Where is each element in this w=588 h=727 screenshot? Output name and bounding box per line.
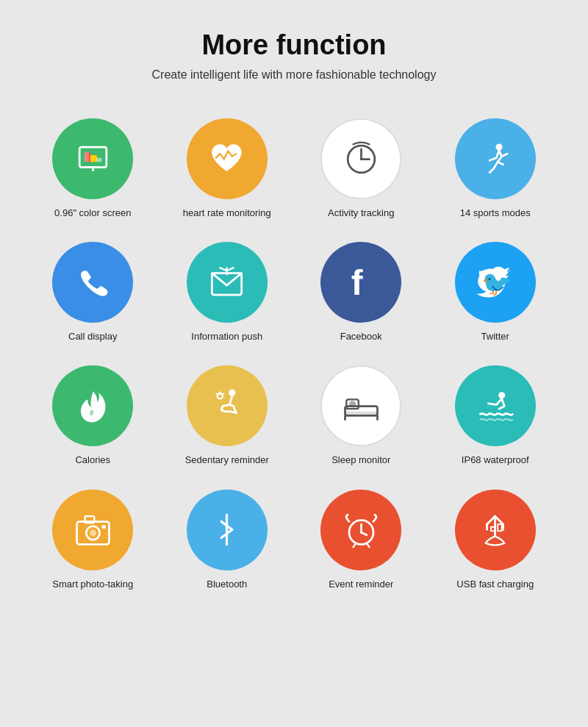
page-title: More function	[201, 29, 386, 61]
feature-label-photo-taking: Smart photo-taking	[52, 578, 133, 591]
feature-label-color-screen: 0.96" color screen	[54, 207, 131, 220]
feature-item-color-screen: 0.96" color screen	[29, 118, 157, 220]
feature-icon-waterproof	[455, 365, 536, 446]
svg-text:f: f	[351, 263, 363, 302]
feature-item-sedentary-reminder: Sedentary reminder	[164, 365, 291, 467]
feature-icon-activity-tracking	[320, 118, 401, 199]
feature-icon-bluetooth	[187, 490, 268, 570]
feature-icon-photo-taking	[52, 490, 133, 570]
feature-item-twitter: 🐦 Twitter	[432, 242, 559, 343]
svg-rect-8	[90, 155, 96, 162]
svg-rect-33	[491, 527, 495, 531]
features-grid-wrapper: 0.96" color screen heart rate monitoring…	[29, 118, 559, 591]
svg-rect-20	[345, 412, 377, 416]
feature-label-waterproof: IP68 waterproof	[462, 454, 529, 467]
feature-label-sports-modes: 14 sports modes	[460, 207, 531, 220]
page-subtitle: Create intelligent life with more fashio…	[152, 68, 437, 82]
feature-label-sleep-monitor: Sleep monitor	[331, 454, 390, 467]
feature-label-activity-tracking: Activity tracking	[328, 207, 394, 220]
feature-label-call-display: Call display	[68, 330, 117, 343]
feature-item-activity-tracking: Activity tracking	[298, 118, 425, 220]
feature-item-call-display: Call display	[29, 242, 157, 343]
feature-label-usb-charging: USB fast charging	[456, 578, 534, 591]
feature-item-heart-rate: heart rate monitoring	[164, 118, 291, 220]
feature-item-usb-charging: USB fast charging	[432, 490, 559, 591]
feature-label-event-reminder: Event reminder	[329, 578, 393, 591]
feature-item-photo-taking: Smart photo-taking	[29, 490, 157, 591]
feature-icon-twitter: 🐦	[455, 242, 536, 323]
feature-icon-sports-modes	[455, 118, 536, 199]
svg-point-16	[229, 389, 236, 395]
feature-item-waterproof: IP68 waterproof	[432, 365, 559, 467]
feature-item-facebook: f Facebook	[298, 242, 425, 343]
feature-label-sedentary-reminder: Sedentary reminder	[185, 454, 269, 467]
svg-point-26	[90, 530, 96, 537]
feature-label-heart-rate: heart rate monitoring	[183, 207, 271, 220]
feature-item-sports-modes: 14 sports modes	[432, 118, 559, 220]
features-grid: 0.96" color screen heart rate monitoring…	[29, 118, 559, 591]
feature-icon-event-reminder	[320, 490, 401, 570]
svg-point-32	[359, 531, 362, 534]
feature-item-information-push: Information push	[164, 242, 291, 343]
feature-label-facebook: Facebook	[340, 330, 382, 343]
svg-point-11	[359, 157, 362, 160]
feature-icon-sedentary-reminder	[187, 365, 268, 446]
feature-item-sleep-monitor: Sleep monitor	[298, 365, 425, 467]
feature-label-calories: Calories	[75, 454, 110, 467]
svg-text:🐦: 🐦	[481, 269, 512, 298]
svg-point-12	[496, 143, 503, 150]
svg-point-28	[101, 525, 106, 529]
feature-icon-usb-charging	[455, 490, 536, 570]
svg-rect-7	[84, 152, 88, 162]
feature-icon-calories	[52, 365, 133, 446]
feature-icon-sleep-monitor	[320, 365, 401, 446]
feature-label-twitter: Twitter	[481, 330, 509, 343]
feature-item-calories: Calories	[29, 365, 157, 467]
feature-icon-heart-rate	[187, 118, 268, 199]
feature-icon-color-screen	[52, 118, 133, 199]
feature-label-bluetooth: Bluetooth	[207, 578, 247, 591]
svg-point-22	[349, 401, 356, 407]
svg-rect-34	[498, 524, 502, 531]
feature-item-bluetooth: Bluetooth	[164, 490, 291, 591]
feature-label-information-push: Information push	[191, 330, 262, 343]
feature-icon-facebook: f	[320, 242, 401, 323]
feature-icon-call-display	[52, 242, 133, 323]
svg-rect-9	[96, 157, 101, 162]
feature-item-event-reminder: Event reminder	[298, 490, 425, 591]
feature-icon-information-push	[187, 242, 268, 323]
